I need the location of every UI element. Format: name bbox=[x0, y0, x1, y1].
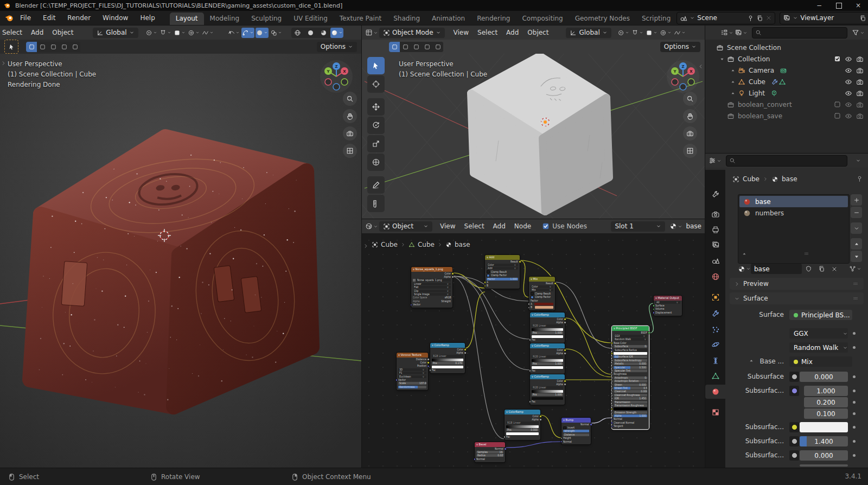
expand-icon[interactable] bbox=[730, 79, 736, 85]
menu-help[interactable]: Help bbox=[134, 14, 161, 22]
properties-tab-render[interactable] bbox=[705, 207, 725, 221]
transform-orientation-dropdown[interactable]: Global bbox=[566, 28, 611, 38]
menu-window[interactable]: Window bbox=[97, 14, 134, 22]
node-row-b[interactable]: B bbox=[485, 284, 520, 288]
tool-measure[interactable] bbox=[367, 195, 385, 212]
new-viewlayer-icon[interactable] bbox=[859, 15, 866, 22]
node-row-fac[interactable]: Fac bbox=[505, 435, 540, 438]
field-subsurface-radius-1[interactable]: 0.200 bbox=[804, 397, 848, 407]
tool-cursor[interactable] bbox=[367, 75, 385, 93]
unlink-icon[interactable] bbox=[828, 264, 841, 274]
properties-tab-constraints[interactable] bbox=[705, 354, 725, 368]
workspace-tab-scripting[interactable]: Scripting bbox=[636, 12, 676, 25]
navigation-gizmo[interactable]: ZXY bbox=[319, 59, 354, 95]
field-subsurface-radius-2[interactable]: 0.100 bbox=[804, 409, 848, 419]
checkbox-empty-icon[interactable] bbox=[834, 101, 841, 109]
node-image[interactable]: v Norse_squads_1.pngColorAlphaNorse_squa… bbox=[411, 267, 452, 308]
menu-object[interactable]: Object bbox=[523, 29, 553, 36]
properties-tab-output[interactable] bbox=[705, 222, 725, 237]
proportional-editing[interactable] bbox=[187, 28, 200, 38]
nav-camera-view[interactable] bbox=[683, 126, 697, 141]
checkbox-empty-icon[interactable] bbox=[834, 112, 841, 120]
snap-target[interactable] bbox=[173, 28, 186, 38]
expand-icon[interactable] bbox=[742, 251, 747, 257]
nav-pan-hand[interactable] bbox=[343, 109, 357, 123]
pin-icon[interactable] bbox=[747, 15, 754, 22]
menu-add[interactable]: Add bbox=[489, 222, 510, 230]
properties-tab-view-layer[interactable] bbox=[705, 238, 725, 252]
proportional-editing[interactable] bbox=[659, 28, 672, 38]
outliner-row-boolean-convert[interactable]: boolean_convert bbox=[705, 99, 868, 110]
options-dropdown[interactable]: Options bbox=[660, 42, 700, 52]
node-bevel[interactable]: v BevelNormalSamples16Radius0.025Normal bbox=[475, 442, 505, 462]
menu-node[interactable]: Node bbox=[510, 222, 535, 230]
outliner-filter-mode-dropdown[interactable] bbox=[735, 28, 748, 38]
menu-view[interactable]: View bbox=[436, 222, 459, 230]
node-row-fac[interactable]: Fac bbox=[530, 400, 565, 403]
snap-arc[interactable] bbox=[241, 28, 254, 38]
surface-panel-header[interactable]: Surface bbox=[730, 292, 864, 304]
disable-render-icon[interactable] bbox=[856, 101, 864, 109]
node-row-b[interactable]: B bbox=[529, 306, 555, 309]
field-subsurface[interactable]: 0.000 bbox=[800, 372, 848, 382]
breadcrumb-material[interactable]: base bbox=[782, 175, 797, 183]
properties-tab-particles[interactable] bbox=[705, 323, 725, 337]
nav-pan-hand[interactable] bbox=[683, 109, 697, 123]
use-nodes-checkbox[interactable]: Use Nodes bbox=[542, 222, 587, 230]
expand-icon[interactable] bbox=[719, 56, 725, 62]
shading-rendered[interactable] bbox=[330, 28, 343, 38]
hide-viewport-icon[interactable] bbox=[845, 90, 852, 97]
select-mode-new[interactable] bbox=[389, 42, 400, 52]
node-row-normal[interactable]: Normal bbox=[561, 440, 591, 443]
disable-render-icon[interactable] bbox=[856, 55, 864, 63]
menu-render[interactable]: Render bbox=[61, 14, 97, 22]
node-add[interactable]: v AddResultColorvAddvClamp ResultClamp F… bbox=[485, 255, 520, 289]
nav-toggle-ortho[interactable] bbox=[683, 144, 697, 158]
node-principled-bsdf[interactable]: v Principled BSDFBSDFGGXvRandom WalkvBas… bbox=[612, 326, 649, 429]
select-mode-invert[interactable] bbox=[59, 42, 69, 52]
navigation-gizmo[interactable]: ZXY bbox=[666, 59, 700, 95]
select-mode-intersect[interactable] bbox=[432, 42, 443, 52]
preview-panel-header[interactable]: Preview bbox=[730, 278, 864, 290]
node-material-output[interactable]: v Material OutputAllvSurfaceVolumeDispla… bbox=[654, 296, 682, 316]
workspace-tab-modeling[interactable]: Modeling bbox=[204, 12, 246, 25]
menu-base-[interactable]: Mix bbox=[789, 356, 852, 367]
properties-search-input[interactable] bbox=[726, 155, 847, 167]
viewlayer-selector[interactable]: ViewLayer bbox=[780, 12, 868, 24]
sidebar-toggle-icon[interactable] bbox=[1, 60, 7, 66]
properties-context-dropdown[interactable] bbox=[709, 156, 722, 166]
field-Subsurfac...[interactable]: 1.400 bbox=[800, 436, 848, 446]
workspace-tab-uv-editing[interactable]: UV Editing bbox=[288, 12, 334, 25]
mode-dropdown[interactable]: Object Mode bbox=[379, 28, 445, 38]
menu-view[interactable]: View bbox=[449, 29, 473, 36]
editor-type-dropdown[interactable] bbox=[365, 221, 378, 232]
expand-icon[interactable] bbox=[730, 68, 736, 73]
outliner-row-collection[interactable]: Collection bbox=[705, 53, 868, 65]
menu-select[interactable]: Select bbox=[473, 29, 502, 36]
editor-type-dropdown[interactable] bbox=[365, 28, 378, 38]
select-mode-intersect[interactable] bbox=[69, 42, 80, 52]
snap-magnet[interactable] bbox=[159, 28, 172, 38]
workspace-tab-animation[interactable]: Animation bbox=[426, 12, 471, 25]
node-colorramp-2[interactable]: v ColorRampColorAlphaRGB LinearPos1.000F… bbox=[530, 343, 565, 374]
properties-tab-scene[interactable] bbox=[705, 253, 725, 267]
properties-tab-physics[interactable] bbox=[705, 337, 725, 352]
button-move-slot-down[interactable] bbox=[851, 251, 862, 262]
hide-viewport-icon[interactable] bbox=[845, 78, 852, 86]
scene-selector[interactable]: Scene bbox=[676, 12, 775, 24]
select-mode-extend[interactable] bbox=[400, 42, 411, 52]
properties-tab-texture[interactable] bbox=[705, 405, 725, 419]
nav-zoom[interactable] bbox=[683, 92, 697, 106]
outliner-row-scene-collection[interactable]: Scene Collection bbox=[705, 42, 868, 53]
snap-target[interactable] bbox=[645, 28, 658, 38]
properties-tab-world[interactable] bbox=[705, 270, 725, 284]
field-subsurfac-[interactable]: 0.000 bbox=[800, 450, 848, 461]
node-voronoi[interactable]: v Voronoi TextureDistanceColorPosition3D… bbox=[397, 353, 428, 390]
breadcrumb-object[interactable]: Cube bbox=[743, 175, 760, 183]
snap-magnet[interactable] bbox=[631, 28, 644, 38]
node-colorramp-left[interactable]: v ColorRampColorAlphaRGB LinearPos0.170F… bbox=[430, 343, 465, 373]
node-row-fac[interactable]: Fac bbox=[530, 338, 565, 341]
new-scene-icon[interactable] bbox=[756, 15, 763, 22]
menu-edit[interactable]: Edit bbox=[37, 14, 61, 22]
tool-rotate[interactable] bbox=[367, 117, 385, 134]
